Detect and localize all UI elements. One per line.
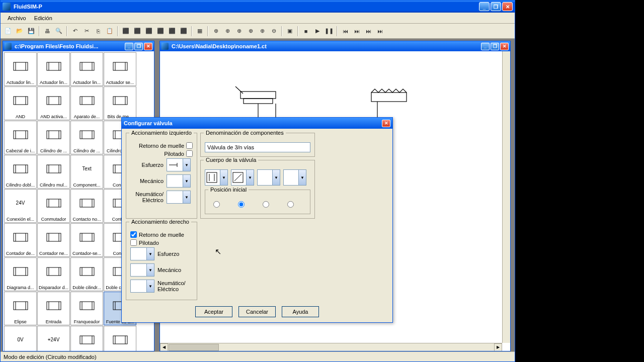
canvas-maximize[interactable]: ❐ [491,43,499,50]
palette-item[interactable]: Contacto no... [70,189,103,223]
input-component-name[interactable] [205,142,310,152]
chevron-down-icon[interactable]: ▼ [183,159,190,171]
align-left-icon[interactable]: ⬛ [120,26,131,37]
chevron-down-icon[interactable]: ▼ [183,191,190,203]
combo-body-4[interactable]: ▼ [283,169,306,186]
combo-mecanico-right[interactable]: ▼ [130,263,154,277]
palette-item[interactable]: Contador-se... [70,223,103,257]
palette-close[interactable]: ✕ [144,43,152,50]
palette-maximize[interactable]: ❐ [134,43,143,50]
undo-icon[interactable]: ↶ [69,26,80,37]
palette-item[interactable]: Actuador lin... [37,52,70,86]
palette-item[interactable]: 0VFuente de t... [4,326,37,351]
zoomin-icon[interactable]: ⊕ [257,26,268,37]
combo-neuelec-right[interactable]: ▼ [130,280,154,293]
accept-button[interactable]: Aceptar [195,306,232,317]
palette-item[interactable]: Conmutador [37,189,70,223]
palette-item[interactable]: Cabezal de i... [4,121,37,154]
palette-item[interactable]: Entrada [37,292,70,325]
palette-item[interactable]: Bits de me... [104,86,136,120]
combo-body-1[interactable]: ▼ [205,169,228,186]
cancel-button[interactable]: Cancelar [238,306,276,317]
skip-back-icon[interactable]: ⏮ [340,26,351,37]
align-top-icon[interactable]: ⬛ [155,26,166,37]
radio-pos-4[interactable] [287,201,294,208]
combo-body-2[interactable]: ▼ [231,169,254,186]
radio-pos-2[interactable] [238,201,245,208]
combo-esfuerzo-left[interactable]: ▼ [167,158,191,171]
palette-minimize[interactable]: _ [125,43,133,50]
chevron-down-icon[interactable]: ▼ [146,264,154,276]
canvas-close[interactable]: ✕ [500,43,509,50]
scroll-left-arrow[interactable]: ◀ [160,343,168,351]
scroll-thumb[interactable] [169,344,219,351]
dialog-close-button[interactable]: ✕ [382,120,390,127]
zoom2-icon[interactable]: ⊕ [222,26,233,37]
chk-retorno-right[interactable] [130,231,137,238]
chk-pilotado-left[interactable] [186,150,193,157]
palette-item[interactable]: 24VConexión el... [4,189,37,223]
palette-item[interactable]: Contador de... [4,223,37,257]
chevron-down-icon[interactable]: ▼ [146,280,154,292]
canvas-minimize[interactable]: _ [481,43,490,50]
palette-item[interactable]: Generador d... [104,326,136,351]
palette-item[interactable]: Generador d... [70,326,103,351]
palette-item[interactable]: Cilindro de ... [37,121,70,154]
palette-item[interactable]: Doble cilindr... [70,257,103,291]
combo-neuelec-left[interactable]: ▼ [167,191,191,204]
palette-item[interactable]: +24VFuente de t... [37,326,70,351]
open-icon[interactable]: 📂 [14,26,25,37]
end-icon[interactable]: ⏭ [374,26,385,37]
zoomfit-icon[interactable]: ⊕ [245,26,256,37]
palette-item[interactable]: Aparato de... [70,86,103,120]
chevron-down-icon[interactable]: ▼ [183,175,190,187]
radio-pos-1[interactable] [213,201,220,208]
preview-icon[interactable]: 🔍 [53,26,64,37]
chk-retorno-left[interactable] [186,142,193,149]
palette-item[interactable]: Elipse [4,292,37,325]
scroll-right-arrow[interactable]: ▶ [494,343,502,351]
radio-pos-3[interactable] [263,201,269,208]
chk-pilotado-right[interactable] [130,239,137,246]
palette-item[interactable]: Cilindro mul... [37,155,70,189]
chevron-down-icon[interactable]: ▼ [220,170,227,185]
copy-icon[interactable]: ⎘ [93,26,104,37]
print-icon[interactable]: 🖶 [42,26,53,37]
align-bot-icon[interactable]: ⬛ [178,26,189,37]
align-mid-icon[interactable]: ⬛ [167,26,178,37]
paste-icon[interactable]: 📋 [104,26,115,37]
canvas-scroll-v[interactable] [502,51,510,343]
combo-mecanico-left[interactable]: ▼ [167,174,191,188]
new-icon[interactable]: 📄 [3,26,14,37]
palette-item[interactable]: Diagrama d... [4,257,37,291]
palette-item[interactable]: AND activa... [37,86,70,120]
zoom3-icon[interactable]: ⊕ [233,26,245,37]
palette-item[interactable]: AND [4,86,37,120]
sim-icon[interactable]: ▣ [284,26,295,37]
palette-item[interactable]: Cilindro dobl... [4,155,37,189]
save-icon[interactable]: 💾 [26,26,37,37]
close-button[interactable]: ✕ [502,2,513,11]
chevron-down-icon[interactable]: ▼ [246,170,254,185]
grid-icon[interactable]: ▦ [194,26,205,37]
help-button[interactable]: Ayuda [282,306,319,317]
align-center-icon[interactable]: ⬛ [132,26,143,37]
palette-item[interactable]: Contador ne... [37,223,70,257]
stop-icon[interactable]: ■ [300,26,311,37]
chevron-down-icon[interactable]: ▼ [298,170,306,185]
minimize-button[interactable]: _ [479,2,490,11]
align-right-icon[interactable]: ⬛ [143,26,154,37]
zoomout-icon[interactable]: ⊖ [268,26,279,37]
palette-item[interactable]: Franqueador [70,292,103,325]
menu-edicion[interactable]: Edición [30,14,56,23]
chevron-down-icon[interactable]: ▼ [272,170,280,185]
zoom1-icon[interactable]: ⊕ [210,26,221,37]
palette-item[interactable]: Actuador lin... [4,52,37,86]
play-icon[interactable]: ▶ [312,26,323,37]
dialog-titlebar[interactable]: Configurar válvula ✕ [122,118,392,129]
skip-fwd-icon[interactable]: ⏭ [363,26,374,37]
cut-icon[interactable]: ✂ [81,26,92,37]
combo-esfuerzo-right[interactable]: ▼ [130,247,154,260]
menu-archivo[interactable]: Archivo [4,14,30,23]
pause-icon[interactable]: ❚❚ [324,26,335,37]
